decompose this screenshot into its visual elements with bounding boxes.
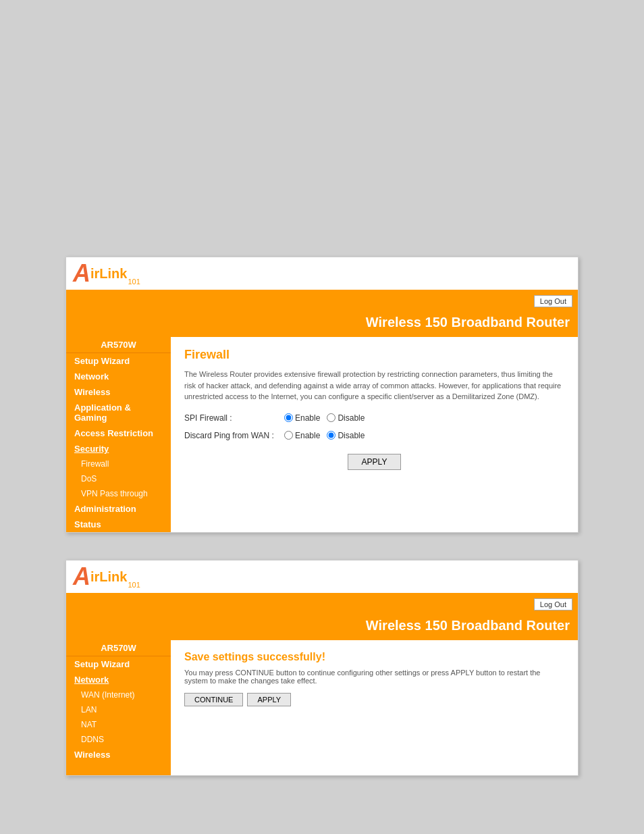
sidebar-item-setup-wizard[interactable]: Setup Wizard bbox=[66, 353, 171, 369]
sidebar-item-wireless[interactable]: Wireless bbox=[66, 384, 171, 400]
logo-bar-2: A irLink 101 bbox=[66, 561, 578, 593]
sidebar-item-vpn-pass[interactable]: VPN Pass through bbox=[66, 486, 171, 501]
logo-irlink-2: irLink bbox=[90, 570, 127, 583]
logo-a-icon-2: A bbox=[73, 565, 90, 589]
discard-ping-row: Discard Ping from WAN : Enable Disable bbox=[184, 431, 564, 440]
spi-firewall-radio-group: Enable Disable bbox=[284, 413, 365, 423]
discard-ping-radio-group: Enable Disable bbox=[284, 431, 365, 440]
sidebar-item-dos[interactable]: DoS bbox=[66, 471, 171, 486]
discard-ping-label: Discard Ping from WAN : bbox=[184, 431, 279, 440]
spi-enable-radio[interactable] bbox=[284, 413, 293, 422]
panel-body-1: AR570W Setup Wizard Network Wireless App… bbox=[66, 337, 578, 532]
sidebar2-item-wan[interactable]: WAN (Internet) bbox=[66, 687, 171, 702]
spi-enable-option[interactable]: Enable bbox=[284, 413, 320, 423]
sidebar2-item-ddns[interactable]: DDNS bbox=[66, 732, 171, 747]
header-title-1: Wireless 150 Broadband Router bbox=[366, 315, 570, 330]
spi-disable-label: Disable bbox=[338, 413, 365, 423]
apply-row-1: APPLY bbox=[184, 454, 564, 470]
main-content-1: Firewall The Wireless Router provides ex… bbox=[171, 337, 578, 532]
success-text: You may press CONTINUE button to continu… bbox=[184, 669, 564, 685]
panel-header-1: Log Out Wireless 150 Broadband Router bbox=[66, 290, 578, 337]
spi-disable-option[interactable]: Disable bbox=[327, 413, 365, 423]
ping-enable-option[interactable]: Enable bbox=[284, 431, 320, 440]
apply-button-1[interactable]: APPLY bbox=[348, 454, 402, 470]
ping-disable-label: Disable bbox=[338, 431, 365, 440]
logo-container-1: A irLink 101 bbox=[73, 261, 140, 286]
sidebar-item-app-gaming[interactable]: Application & Gaming bbox=[66, 400, 171, 425]
sidebar2-item-setup-wizard[interactable]: Setup Wizard bbox=[66, 656, 171, 672]
success-title: Save settings successfully! bbox=[184, 651, 564, 663]
panel-body-2: AR570W Setup Wizard Network WAN (Interne… bbox=[66, 640, 578, 775]
action-buttons: CONTINUE APPLY bbox=[184, 693, 564, 706]
model-badge-2: AR570W bbox=[66, 640, 171, 656]
sidebar-item-access-restriction[interactable]: Access Restriction bbox=[66, 425, 171, 441]
ping-disable-radio[interactable] bbox=[327, 431, 336, 440]
continue-button[interactable]: CONTINUE bbox=[184, 693, 243, 706]
ping-disable-option[interactable]: Disable bbox=[327, 431, 365, 440]
logout-button-1[interactable]: Log Out bbox=[534, 295, 572, 307]
logout-button-2[interactable]: Log Out bbox=[534, 598, 572, 610]
description-text-1: The Wireless Router provides extensive f… bbox=[184, 369, 564, 402]
page-title-1: Firewall bbox=[184, 348, 564, 362]
top-space bbox=[0, 27, 644, 230]
sidebar-item-status[interactable]: Status bbox=[66, 517, 171, 532]
sidebar2-item-wireless[interactable]: Wireless bbox=[66, 747, 171, 762]
logo-101-2: 101 bbox=[128, 581, 140, 589]
sidebar2-item-nat[interactable]: NAT bbox=[66, 717, 171, 732]
spi-firewall-row: SPI Firewall : Enable Disable bbox=[184, 413, 564, 423]
sidebar-item-network[interactable]: Network bbox=[66, 369, 171, 384]
logo-a-icon: A bbox=[73, 261, 90, 286]
logo-101: 101 bbox=[128, 278, 140, 286]
apply-button-2[interactable]: APPLY bbox=[247, 693, 291, 706]
sidebar-2: AR570W Setup Wizard Network WAN (Interne… bbox=[66, 640, 171, 775]
spi-enable-label: Enable bbox=[295, 413, 320, 423]
sidebar2-item-network[interactable]: Network bbox=[66, 672, 171, 687]
logo-container-2: A irLink 101 bbox=[73, 565, 140, 589]
sidebar-1: AR570W Setup Wizard Network Wireless App… bbox=[66, 337, 171, 532]
sidebar-item-administration[interactable]: Administration bbox=[66, 501, 171, 517]
model-badge-1: AR570W bbox=[66, 337, 171, 353]
logo-irlink: irLink bbox=[90, 267, 127, 280]
header-title-2: Wireless 150 Broadband Router bbox=[366, 618, 570, 633]
page-wrapper: A irLink 101 Log Out Wireless 150 Broadb… bbox=[0, 0, 644, 834]
spi-firewall-label: SPI Firewall : bbox=[184, 413, 279, 423]
sidebar-item-firewall[interactable]: Firewall bbox=[66, 457, 171, 471]
sidebar-item-security[interactable]: Security bbox=[66, 441, 171, 457]
bottom-space bbox=[0, 803, 644, 834]
ping-enable-radio[interactable] bbox=[284, 431, 293, 440]
logo-bar-1: A irLink 101 bbox=[66, 257, 578, 290]
spi-disable-radio[interactable] bbox=[327, 413, 336, 422]
ping-enable-label: Enable bbox=[295, 431, 320, 440]
panel-header-2: Log Out Wireless 150 Broadband Router bbox=[66, 593, 578, 640]
sidebar2-item-lan[interactable]: LAN bbox=[66, 702, 171, 717]
main-content-2: Save settings successfully! You may pres… bbox=[171, 640, 578, 775]
router-panel-2: A irLink 101 Log Out Wireless 150 Broadb… bbox=[65, 560, 579, 776]
router-panel-1: A irLink 101 Log Out Wireless 150 Broadb… bbox=[65, 257, 579, 533]
